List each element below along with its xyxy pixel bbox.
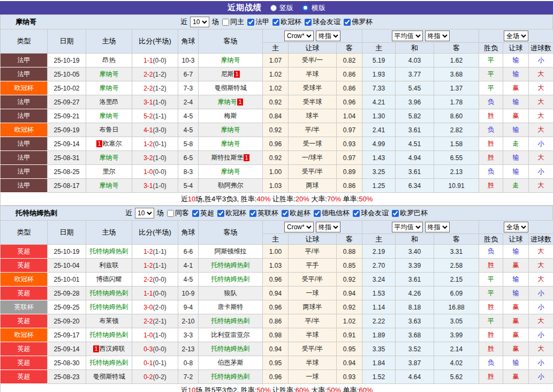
stats-text: 50% [359, 195, 373, 203]
average-select[interactable]: 平均值 [392, 31, 423, 41]
table-row: 欧冠杯25-10-02摩纳哥2-2(1-2)7-3曼彻斯特城1.02受球半0.8… [1, 81, 553, 95]
league-cell: 法甲 [1, 95, 48, 109]
crow-home-odds: 0.96 [263, 300, 289, 314]
corner-cell: 5-8 [178, 137, 199, 151]
league-filter[interactable]: 欧冠杯 [272, 17, 301, 27]
avg-away-odds: 16.88 [434, 300, 479, 314]
league-filter-checkbox[interactable] [392, 210, 399, 217]
league-filter-checkbox[interactable] [314, 210, 321, 217]
column-header: 角球 [178, 221, 199, 245]
league-filter-checkbox[interactable] [192, 210, 199, 217]
avg-away-odds: 2.15 [434, 273, 479, 287]
table-row: 英超25-08-23曼彻斯特城0-2(0-2)7-2托特纳姆热刺0.96一球0.… [1, 370, 553, 384]
same-venue-filter[interactable]: 同主 [222, 17, 244, 27]
fulltime-score: 1-2 [143, 140, 153, 148]
league-cell: 欧冠杯 [1, 81, 48, 95]
league-filter-checkbox[interactable] [249, 210, 256, 217]
date-cell: 25-09-28 [48, 287, 86, 300]
team-name-text: 摩纳哥 [221, 140, 240, 147]
league-filter[interactable]: 球会友谊 [305, 17, 340, 27]
column-header: 比分(半场) [132, 29, 178, 54]
score-cell: 4-1(3-0) [132, 123, 178, 137]
league-filter-checkbox[interactable] [272, 19, 279, 26]
crow-select[interactable]: Crow* [284, 222, 314, 232]
results-table: 类型日期主场比分(半场)角球客场Crow*终指平均值终指全场主让球客主和客胜负让… [0, 220, 553, 392]
halftime-score: (1-2) [153, 71, 166, 78]
halftime-score: (1-1) [153, 262, 166, 269]
table-row: 英超25-09-141西汉姆联0-3(0-0)2-13托特纳姆热刺0.94受平/… [1, 342, 553, 356]
avg-home-odds: 4.21 [362, 95, 396, 109]
league-filter[interactable]: 英超 [192, 208, 214, 218]
league-filter[interactable]: 德电信杯 [314, 208, 350, 218]
date-cell: 25-08-23 [48, 370, 86, 384]
league-filter[interactable]: 欧冠杯 [217, 208, 246, 218]
page: 近期战绩 竖版 横版 摩纳哥近10场同主法甲欧冠杯球会友谊佛罗杯类型日期主场比分… [0, 1, 553, 392]
league-filter[interactable]: 球会友谊 [353, 208, 389, 218]
recent-count-select[interactable]: 10 [190, 17, 209, 27]
league-filter[interactable]: 欧超杯 [282, 208, 310, 218]
league-filter-label: 德电信杯 [322, 208, 350, 218]
handicap-line: 平/半 [289, 123, 337, 137]
result-handicap: 走 [503, 179, 529, 193]
fulltime-score: 1-0 [143, 168, 153, 176]
recent-count-select[interactable]: 10 [135, 208, 154, 218]
corner-cell: 7-2 [178, 370, 199, 384]
league-filter[interactable]: 法甲 [247, 17, 269, 27]
average-select[interactable]: 平均值 [392, 222, 423, 232]
fulltime-score: 1-0 [143, 331, 153, 339]
horizontal-layout-radio[interactable]: 横版 [302, 3, 325, 13]
full-match-select[interactable]: 全场 [504, 222, 528, 232]
team-name-text: 洛里昂 [100, 98, 119, 105]
away-team: 摩纳哥 [199, 165, 263, 179]
avg-home-odds: 1.84 [362, 356, 396, 370]
red-card-badge: 1 [237, 99, 243, 105]
halftime-score: (0-0) [153, 345, 166, 353]
league-filter[interactable]: 欧罗巴杯 [392, 208, 428, 218]
league-filter-checkbox[interactable] [282, 210, 289, 217]
halftime-score: (1-1) [153, 112, 166, 120]
crow-away-odds: 0.82 [337, 54, 362, 67]
final-index-select[interactable]: 终指 [316, 31, 340, 41]
result-handicap: 赢 [503, 81, 529, 95]
away-team: 托特纳姆热刺 [199, 314, 263, 328]
halftime-score: (1-0) [153, 99, 166, 106]
same-venue-filter-checkbox[interactable] [167, 210, 174, 217]
away-team: 托特纳姆热刺 [199, 273, 263, 287]
vertical-layout-radio[interactable]: 竖版 [270, 3, 293, 13]
full-match-select[interactable]: 全场 [504, 31, 528, 41]
final-index-select[interactable]: 终指 [425, 31, 450, 41]
avg-draw-odds: 4.26 [396, 287, 434, 300]
score-cell: 0-3(0-0) [132, 342, 178, 356]
crow-select[interactable]: Crow* [284, 31, 314, 41]
team-name-text: 昂热 [103, 56, 116, 64]
away-team: 尼斯1 [199, 67, 263, 81]
final-index-select[interactable]: 终指 [316, 222, 340, 232]
crow-home-odds: 1.00 [263, 245, 289, 259]
same-venue-filter-checkbox[interactable] [222, 19, 229, 26]
league-filter[interactable]: 佛罗杯 [344, 17, 373, 27]
league-filter-checkbox[interactable] [305, 19, 312, 26]
crow-home-odds: 0.96 [263, 370, 289, 384]
crow-away-odds: 0.91 [337, 328, 362, 342]
league-filter-checkbox[interactable] [247, 19, 254, 26]
crow-home-odds: 0.94 [263, 287, 289, 300]
home-team: 1西汉姆联 [86, 342, 132, 356]
result-handicap: 输 [503, 273, 529, 287]
red-card-badge: 1 [93, 345, 99, 352]
league-filter[interactable]: 英联杯 [249, 208, 278, 218]
date-cell: 25-10-04 [48, 259, 86, 273]
final-index-select[interactable]: 终指 [425, 222, 450, 232]
handicap-line: 半球 [289, 356, 337, 370]
result-goals: 大 [529, 342, 553, 356]
team-name-text: 摩纳哥 [100, 154, 119, 161]
halftime-score: (0-1) [153, 359, 166, 367]
same-venue-filter[interactable]: 同客 [167, 208, 189, 218]
avg-away-odds: 1.78 [434, 95, 479, 109]
fulltime-score: 0-2 [143, 373, 153, 381]
league-filter-checkbox[interactable] [217, 210, 224, 217]
league-filter-checkbox[interactable] [353, 210, 360, 217]
league-filter-checkbox[interactable] [344, 19, 351, 26]
result-handicap: 输 [503, 67, 529, 81]
home-team: 托特纳姆热刺 [86, 287, 132, 300]
avg-away-odds: 4.02 [434, 356, 479, 370]
